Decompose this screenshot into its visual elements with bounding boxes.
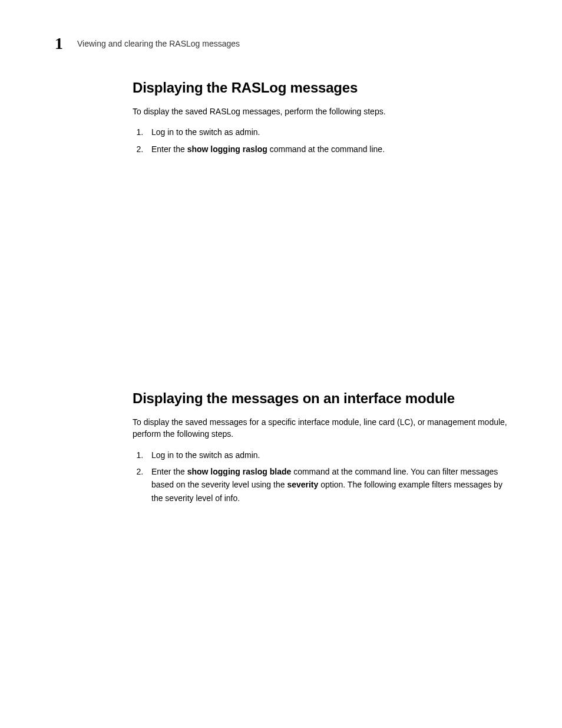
chapter-number: 1 [55, 35, 63, 52]
section-heading-displaying-raslog: Displaying the RASLog messages [133, 80, 510, 96]
section2-step-2: Enter the show logging raslog blade comm… [146, 465, 510, 505]
header-title: Viewing and clearing the RASLog messages [77, 39, 240, 48]
section1-step-2: Enter the show logging raslog command at… [146, 143, 510, 156]
section1-step-1: Log in to the switch as admin. [146, 126, 510, 139]
section1-intro: To display the saved RASLog messages, pe… [133, 106, 510, 117]
step-text-pre: Enter the [151, 467, 187, 476]
section2-intro: To display the saved messages for a spec… [133, 416, 510, 440]
main-content: Displaying the RASLog messages To displa… [133, 80, 510, 519]
section2-step-1: Log in to the switch as admin. [146, 449, 510, 462]
section2-steps: Log in to the switch as admin. Enter the… [133, 449, 510, 505]
section1-steps: Log in to the switch as admin. Enter the… [133, 126, 510, 156]
option-text: severity [287, 480, 318, 489]
section-heading-interface-module: Displaying the messages on an interface … [133, 390, 510, 407]
page-header: 1 Viewing and clearing the RASLog messag… [55, 35, 515, 52]
page: 1 Viewing and clearing the RASLog messag… [0, 0, 562, 728]
section2-wrapper: Displaying the messages on an interface … [133, 390, 510, 505]
step-text-post: command at the command line. [267, 144, 385, 154]
step-text: Log in to the switch as admin. [151, 450, 260, 460]
command-text: show logging raslog [187, 144, 267, 154]
step-text: Log in to the switch as admin. [151, 127, 260, 137]
command-text: show logging raslog blade [187, 467, 292, 476]
step-text-pre: Enter the [151, 144, 187, 154]
